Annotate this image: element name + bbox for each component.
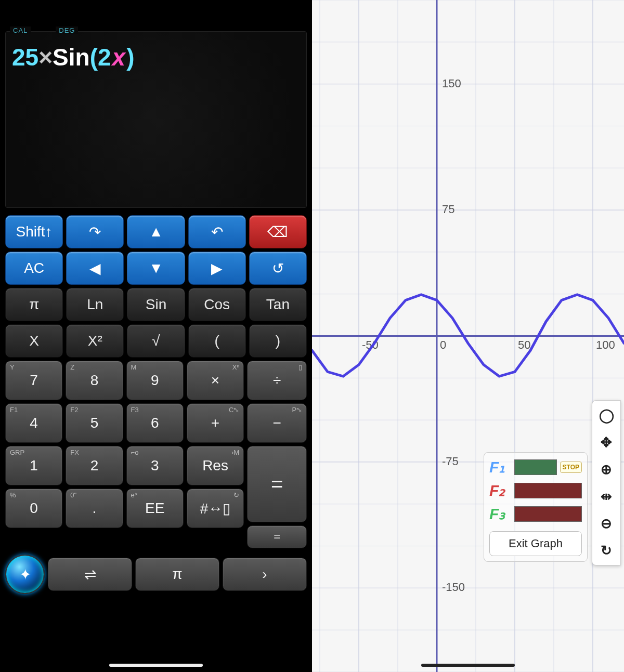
y-tick-label: -75 xyxy=(442,455,459,468)
apps-orb-button[interactable]: ✦ xyxy=(5,555,45,594)
multiply-button[interactable]: Xⁿ× xyxy=(187,361,244,400)
legend-swatch-f2 xyxy=(514,483,582,498)
mode-chip-deg: DEG xyxy=(56,27,78,34)
sqrt-button[interactable]: √ xyxy=(127,324,185,358)
digit-7-button[interactable]: Y7 xyxy=(5,361,62,400)
key-label: . xyxy=(93,500,97,517)
key-label: √ xyxy=(152,333,160,349)
undo-button[interactable]: ↶ xyxy=(188,215,246,248)
redo-button[interactable]: ↷ xyxy=(66,215,124,248)
key-superscript: M xyxy=(131,363,137,371)
key-label: Shift↑ xyxy=(16,223,53,240)
key-superscript: Xⁿ xyxy=(232,363,239,371)
key-label: EE xyxy=(145,500,164,517)
key-label: ▶ xyxy=(211,260,223,277)
expr-token: x xyxy=(111,44,127,71)
digit-6-button[interactable]: F36 xyxy=(126,403,184,443)
key-label: 0 xyxy=(30,500,38,517)
swap-icon: ⇌ xyxy=(84,566,96,583)
pi-big-button[interactable]: π xyxy=(135,558,219,591)
legend-row-f3[interactable]: F₃ xyxy=(489,505,582,523)
digit-8-button[interactable]: Z8 xyxy=(66,361,123,400)
key-label: ▼ xyxy=(149,260,163,276)
divide-button[interactable]: ▯÷ xyxy=(247,361,307,400)
digit-0-button[interactable]: %0 xyxy=(5,489,62,528)
cursor-right-button[interactable]: ▶ xyxy=(188,252,246,285)
refresh-tool-button[interactable]: ◯ xyxy=(598,407,615,424)
digit-2-button[interactable]: FX2 xyxy=(66,446,123,485)
key-label: 4 xyxy=(30,415,38,431)
res-button[interactable]: ›MRes xyxy=(187,446,244,485)
ln-button[interactable]: Ln xyxy=(66,288,124,321)
var-x-button[interactable]: X xyxy=(5,324,63,358)
key-superscript: GRP xyxy=(10,449,24,456)
key-label: ▲ xyxy=(149,223,163,240)
rotate-tool-button[interactable]: ↻ xyxy=(598,542,615,559)
hash-swap-button[interactable]: ↻#↔▯ xyxy=(187,489,244,528)
cursor-left-button[interactable]: ◀ xyxy=(66,252,124,285)
digit-9-button[interactable]: M9 xyxy=(126,361,184,400)
stop-button[interactable]: STOP xyxy=(560,462,582,473)
key-label: 5 xyxy=(90,415,99,431)
swap-button[interactable]: ⇌ xyxy=(48,558,132,591)
legend-row-f1[interactable]: F₁STOP xyxy=(489,458,582,476)
key-superscript: Pⁿₖ xyxy=(292,406,302,414)
ee-button[interactable]: eˣEE xyxy=(126,489,184,528)
digit-3-button[interactable]: ⌐o3 xyxy=(126,446,184,485)
key-label: 9 xyxy=(151,372,159,389)
expression-display: CAL DEG 25×Sin(2x) xyxy=(5,31,307,208)
key-label: 7 xyxy=(30,372,38,389)
recenter-tool-button[interactable]: ✥ xyxy=(598,434,615,451)
key-label: ↷ xyxy=(89,223,101,241)
open-paren-button[interactable]: ( xyxy=(188,324,246,358)
key-superscript: F3 xyxy=(131,406,139,414)
cos-button[interactable]: Cos xyxy=(188,288,246,321)
plus-button[interactable]: Cⁿₖ+ xyxy=(187,403,244,443)
next-button[interactable]: › xyxy=(223,558,307,591)
key-superscript: ⌐o xyxy=(131,449,139,456)
key-superscript: F1 xyxy=(10,406,18,414)
history-button[interactable]: ↺ xyxy=(249,252,307,285)
expr-token: ( xyxy=(90,44,98,71)
cursor-down-button[interactable]: ▼ xyxy=(127,252,185,285)
key-label: AC xyxy=(24,260,44,276)
sin-button[interactable]: Sin xyxy=(127,288,185,321)
key-superscript: ▯ xyxy=(298,363,302,371)
key-superscript: % xyxy=(10,491,16,499)
key-label: X² xyxy=(88,333,102,349)
digit-5-button[interactable]: F25 xyxy=(66,403,123,443)
graph-tools-panel: ◯✥⊕⇹⊖↻ xyxy=(592,400,621,565)
zoom-in-tool-button[interactable]: ⊕ xyxy=(598,461,615,478)
close-paren-button[interactable]: ) xyxy=(249,324,307,358)
key-label: ) xyxy=(276,333,280,349)
key-label: = xyxy=(274,530,280,544)
expr-token: × xyxy=(38,44,53,71)
shift-button[interactable]: Shift↑ xyxy=(5,215,63,248)
key-label: ◀ xyxy=(89,260,101,277)
small-equals-button[interactable]: = xyxy=(247,525,307,548)
all-clear-button[interactable]: AC xyxy=(5,252,63,285)
graph-canvas[interactable]: -50050100-150-7575150 xyxy=(312,0,624,672)
tan-button[interactable]: Tan xyxy=(249,288,307,321)
digit-4-button[interactable]: F14 xyxy=(5,403,62,443)
exit-graph-button[interactable]: Exit Graph xyxy=(489,531,582,556)
decimal-button[interactable]: 0". xyxy=(66,489,123,528)
zoom-out-tool-button[interactable]: ⊖ xyxy=(598,515,615,532)
digit-1-button[interactable]: GRP1 xyxy=(5,446,62,485)
equals-button[interactable]: = xyxy=(247,446,307,522)
key-label: 1 xyxy=(30,457,38,474)
pi-button[interactable]: π xyxy=(5,288,63,321)
y-tick-label: 75 xyxy=(442,203,454,216)
key-label: Sin xyxy=(146,296,166,313)
y-tick-label: 150 xyxy=(442,77,461,90)
pan-lock-tool-button[interactable]: ⇹ xyxy=(598,488,615,505)
cursor-up-button[interactable]: ▲ xyxy=(127,215,185,248)
expr-token: Sin xyxy=(53,44,90,71)
x-squared-button[interactable]: X² xyxy=(66,324,124,358)
legend-row-f2[interactable]: F₂ xyxy=(489,481,582,499)
y-tick-label: -150 xyxy=(442,581,465,594)
key-superscript: Y xyxy=(10,363,15,371)
minus-button[interactable]: Pⁿₖ− xyxy=(247,403,307,443)
backspace-button[interactable]: ⌫ xyxy=(249,215,307,248)
x-tick-label: 50 xyxy=(518,338,530,351)
